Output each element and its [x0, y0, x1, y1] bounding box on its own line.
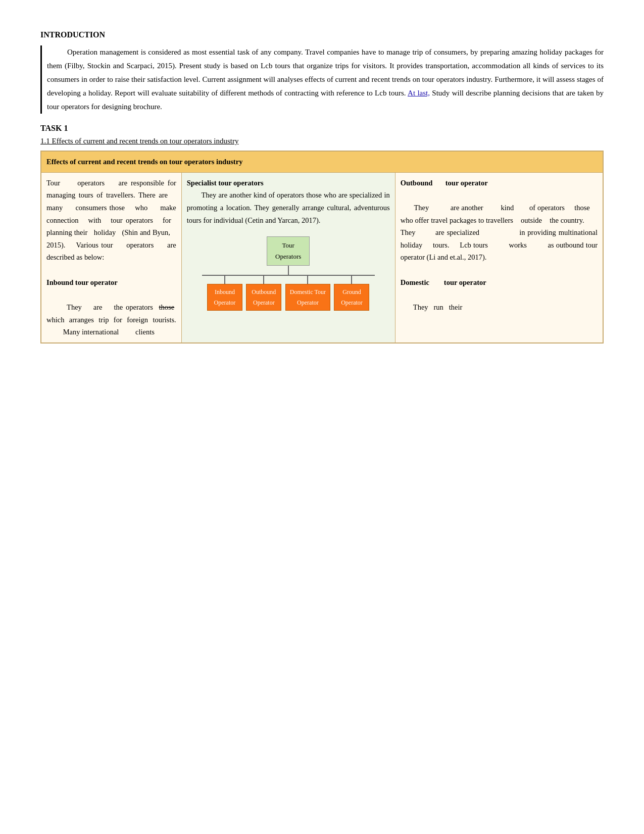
effects-table: Effects of current and recent trends on …: [40, 151, 604, 344]
introduction-heading: INTRODUCTION: [40, 30, 604, 39]
branch-domestic: Domestic TourOperator: [285, 276, 330, 311]
branch-vline-domestic: [307, 276, 308, 284]
intro-body: Operation management is considered as mo…: [40, 45, 604, 114]
branch-outbound: OutboundOperator: [246, 276, 281, 311]
table-col1: Tour operators are responsible for manag…: [41, 172, 181, 343]
branch-box-inbound: InboundOperator: [207, 284, 242, 311]
diagram-top-box: TourOperators: [267, 236, 310, 266]
page: INTRODUCTION Operation management is con…: [40, 30, 604, 834]
introduction-section: INTRODUCTION Operation management is con…: [40, 30, 604, 114]
at-last-link[interactable]: At last,: [408, 89, 430, 97]
col3-outbound-body: They are another kind of operators those…: [401, 202, 598, 264]
task1-section: TASK 1 1.1 Effects of current and recent…: [40, 124, 604, 344]
col1-intro: Tour operators are responsible for manag…: [46, 177, 176, 264]
col3-domestic-body: They run their: [401, 301, 598, 314]
branch-box-outbound: OutboundOperator: [246, 284, 281, 311]
table-header: Effects of current and recent trends on …: [41, 151, 603, 172]
strikethrough-those: those: [159, 303, 175, 311]
diagram-vertical-line-top: [288, 266, 289, 275]
branch-vline-ground: [351, 276, 352, 284]
branch-inbound: InboundOperator: [207, 276, 242, 311]
task1-heading: TASK 1: [40, 124, 604, 133]
diagram-branches: InboundOperator OutboundOperator Domesti…: [207, 276, 370, 311]
col3-outbound-heading: Outbound tour operator: [401, 177, 598, 189]
task1-subheading: 1.1 Effects of current and recent trends…: [40, 137, 604, 145]
table-col2: Specialist tour operators They are anoth…: [181, 172, 395, 343]
diagram-container: TourOperators InboundOperator: [187, 236, 390, 311]
col2-specialist-heading: Specialist tour operators: [187, 177, 390, 189]
branch-vline-outbound: [263, 276, 264, 284]
branch-ground: GroundOperator: [334, 276, 369, 311]
col2-specialist-body: They are another kind of operators those…: [187, 189, 390, 226]
intro-paragraph-1: Operation management is considered as mo…: [47, 45, 604, 114]
col3-domestic-heading: Domestic tour operator: [401, 276, 598, 289]
branch-vline-inbound: [224, 276, 225, 284]
table-col3: Outbound tour operator They are another …: [395, 172, 603, 343]
col1-inbound-heading: Inbound tour operator: [46, 276, 176, 289]
branch-box-domestic: Domestic TourOperator: [285, 284, 330, 311]
branch-box-ground: GroundOperator: [334, 284, 369, 311]
col1-inbound-body: They are the operators those which arran…: [46, 301, 176, 338]
